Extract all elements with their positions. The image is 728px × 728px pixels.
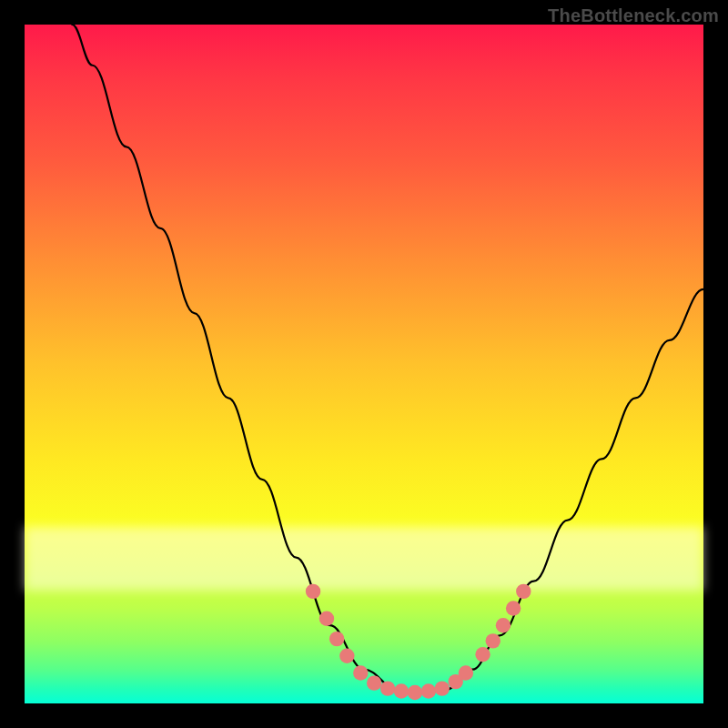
highlight-point — [496, 618, 511, 632]
highlight-point — [408, 685, 422, 700]
glow-band — [25, 527, 703, 591]
watermark-text: TheBottleneck.com — [548, 5, 719, 26]
highlight-point — [319, 612, 334, 626]
highlight-point — [435, 681, 450, 695]
highlight-point — [394, 683, 409, 698]
highlight-points-group — [306, 584, 531, 701]
highlight-point — [475, 647, 490, 662]
highlight-point — [306, 584, 320, 599]
highlight-point — [486, 633, 500, 648]
chart-plot-area — [25, 25, 703, 703]
highlight-point — [506, 601, 521, 615]
highlight-point — [516, 584, 531, 599]
highlight-point — [449, 674, 463, 689]
bottleneck-curve — [72, 25, 703, 693]
highlight-point — [339, 649, 354, 663]
highlight-point — [459, 665, 473, 680]
highlight-point — [421, 683, 436, 698]
highlight-point — [329, 632, 344, 646]
highlight-point — [353, 665, 368, 680]
highlight-point — [367, 675, 381, 690]
highlight-point — [380, 681, 395, 695]
chart-svg — [25, 25, 703, 703]
